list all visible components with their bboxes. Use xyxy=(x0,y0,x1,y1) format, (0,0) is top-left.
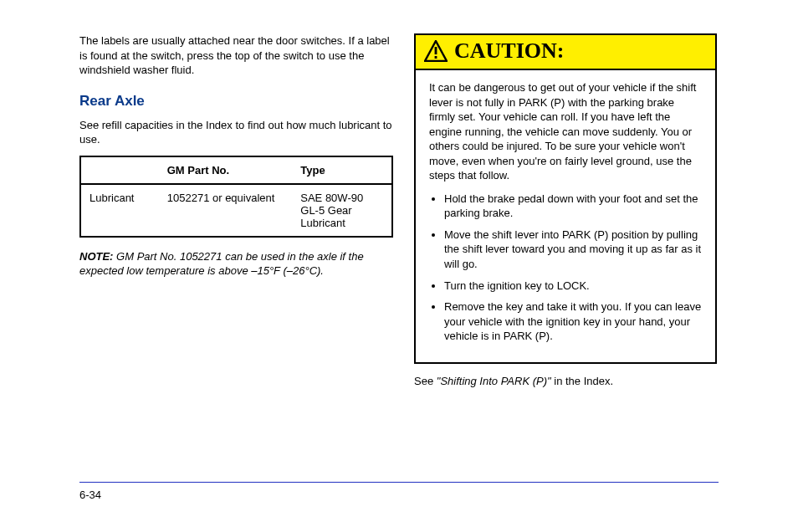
caution-step-2: Move the shift lever into PARK (P) posit… xyxy=(444,228,702,272)
note-paragraph: NOTE: GM Part No. 1052271 can be used in… xyxy=(79,249,393,279)
table-row: Lubricant 1052271 or equivalent SAE 80W-… xyxy=(81,185,391,236)
svg-rect-2 xyxy=(435,56,437,59)
caution-body: It can be dangerous to get out of your v… xyxy=(416,70,715,362)
svg-rect-1 xyxy=(435,47,437,54)
caution-box: CAUTION: It can be dangerous to get out … xyxy=(414,33,717,364)
note-label: NOTE: xyxy=(79,250,113,263)
refill-ref: See refill capacities in the Index to fi… xyxy=(79,118,393,147)
note-text: GM Part No. 1052271 can be used in the a… xyxy=(79,250,364,278)
caution-step-4: Remove the key and take it with you. If … xyxy=(444,299,702,344)
page-number: 6-34 xyxy=(79,489,101,501)
left-column: The labels are usually attached near the… xyxy=(79,33,393,287)
xref-suffix: in the Index. xyxy=(554,375,613,387)
table-header-row: GM Part No. Type xyxy=(81,157,391,185)
caution-header: CAUTION: xyxy=(416,35,715,70)
caution-step-1: Hold the brake pedal down with your foot… xyxy=(444,192,702,221)
table-header-blank xyxy=(81,157,159,183)
note-block: NOTE: GM Part No. 1052271 can be used in… xyxy=(79,249,393,279)
xref-prefix: See xyxy=(414,375,433,387)
refill-ref-text: See refill capacities in the Index to fi… xyxy=(79,118,393,147)
cross-reference: See "Shifting Into PARK (P)" in the Inde… xyxy=(414,374,717,389)
caution-label: CAUTION: xyxy=(454,38,564,64)
caution-steps: Hold the brake pedal down with your foot… xyxy=(429,192,702,344)
table-header-part: GM Part No. xyxy=(159,157,293,183)
cross-reference-text: See "Shifting Into PARK (P)" in the Inde… xyxy=(414,374,717,389)
warning-triangle-icon xyxy=(424,40,448,62)
caution-lead: It can be dangerous to get out of your v… xyxy=(429,80,702,183)
caution-step-3: Turn the ignition key to LOCK. xyxy=(444,279,702,294)
table-header-type: Type xyxy=(292,157,391,183)
table-cell-label: Lubricant xyxy=(81,185,159,236)
intro-text: The labels are usually attached near the… xyxy=(79,33,393,78)
intro-paragraph: The labels are usually attached near the… xyxy=(79,33,393,78)
right-column: CAUTION: It can be dangerous to get out … xyxy=(414,33,717,396)
lubricant-table: GM Part No. Type Lubricant 1052271 or eq… xyxy=(79,156,393,238)
table-cell-type: SAE 80W-90 GL-5 Gear Lubricant xyxy=(292,185,391,236)
rear-axle-heading: Rear Axle xyxy=(79,93,393,110)
footer-rule xyxy=(79,482,719,483)
table-cell-part: 1052271 or equivalent xyxy=(159,185,293,236)
xref-title: "Shifting Into PARK (P)" xyxy=(437,375,551,387)
